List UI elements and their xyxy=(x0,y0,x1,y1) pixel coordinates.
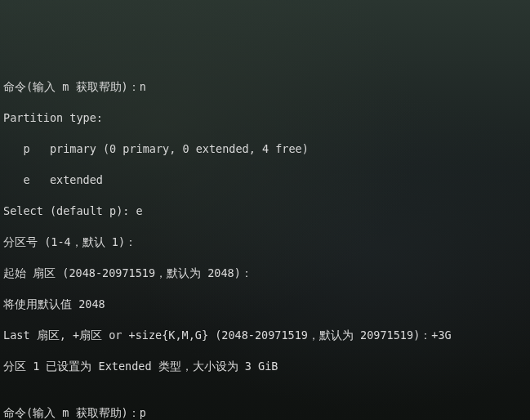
terminal-line: p primary (0 primary, 0 extended, 4 free… xyxy=(3,141,527,157)
terminal-line: Select (default p): e xyxy=(3,203,527,219)
terminal-line: 命令(输入 m 获取帮助)：n xyxy=(3,79,527,95)
terminal-line: Partition type: xyxy=(3,110,527,126)
terminal-line: 分区 1 已设置为 Extended 类型，大小设为 3 GiB xyxy=(3,359,527,374)
terminal-line: 命令(输入 m 获取帮助)：p xyxy=(3,405,527,420)
terminal-output[interactable]: 命令(输入 m 获取帮助)：n Partition type: p primar… xyxy=(3,64,527,420)
terminal-line: 将使用默认值 2048 xyxy=(3,297,527,312)
terminal-line: 分区号 (1-4，默认 1)： xyxy=(3,235,527,250)
terminal-line: Last 扇区, +扇区 or +size{K,M,G} (2048-20971… xyxy=(3,328,527,343)
terminal-line: 起始 扇区 (2048-20971519，默认为 2048)： xyxy=(3,266,527,281)
terminal-line: e extended xyxy=(3,172,527,188)
